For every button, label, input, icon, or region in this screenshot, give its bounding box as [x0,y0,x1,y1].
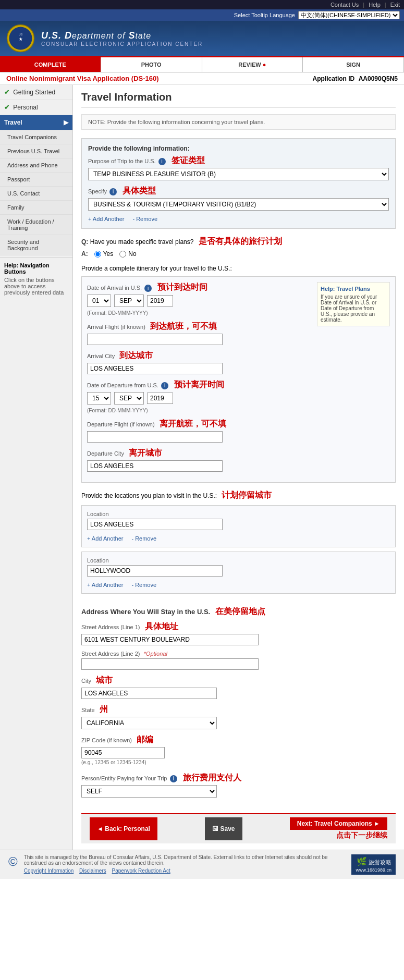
arrival-month-select[interactable]: SEP [114,295,144,307]
address-section: Address Where You Will Stay in the U.S. … [81,606,396,765]
provide-label: Provide the following information: [88,145,389,152]
location1-add-remove: + Add Another - Remove [87,535,390,542]
sidebar-item-family[interactable]: Family [0,201,72,215]
remove-link[interactable]: - Remove [132,216,157,222]
city-input[interactable] [81,688,217,699]
location2-add-link[interactable]: + Add Another [87,582,123,588]
depart-city-input[interactable] [87,460,223,472]
footer-links: Copyright Information Disclaimers Paperw… [24,868,346,874]
depart-city-row: Departure City 离开城市 [87,448,390,472]
state-select[interactable]: CALIFORNIA [81,717,217,729]
travel-help-text: If you are unsure of your Date of Arriva… [321,294,386,323]
depart-month-select[interactable]: SEP [114,392,144,405]
help-link[interactable]: Help [369,2,381,8]
arrival-city-label: Arrival City 到达城市 [87,350,390,361]
zip-zh: 邮编 [137,735,153,744]
save-button[interactable]: 🖫 Save [205,817,242,840]
sidebar-item-passport[interactable]: Passport [0,173,72,187]
depart-flight-label: Departure Flight (if known) 离开航班，可不填 [87,419,390,430]
svg-text:★: ★ [19,37,23,42]
city-row: City 城市 [81,675,396,699]
sidebar-item-us-contact[interactable]: U.S. Contact [0,187,72,201]
depart-date-zh: 预计离开时间 [174,380,224,389]
depart-flight-input[interactable] [87,431,223,443]
sidebar-item-personal[interactable]: ✔ Personal [0,100,72,115]
street1-input[interactable] [81,634,259,645]
brand-text: 🌿 旅游攻略 www.1681989.cn [351,854,396,875]
location1-add-link[interactable]: + Add Another [87,535,123,542]
payer-select[interactable]: SELF [81,785,217,798]
zip-input[interactable] [81,747,165,758]
footer: © This site is managed by the Bureau of … [0,850,404,879]
sidebar-item-getting-started[interactable]: ✔ Getting Started [0,85,72,100]
sidebar-item-work-education[interactable]: Work / Education / Training [0,215,72,235]
dept-name: U.S. Department of State [41,30,203,41]
step-photo[interactable]: PHOTO [101,57,202,72]
depart-city-zh: 离开城市 [129,448,162,457]
depart-date-info-icon[interactable]: i [161,382,168,389]
arrival-date-zh: 预计到达时间 [157,283,207,291]
app-info-bar: Online Nonimmigrant Visa Application (DS… [0,72,404,85]
location2-remove-link[interactable]: - Remove [131,582,156,588]
depart-date-row: Date of Departure from U.S. i 预计离开时间 15 … [87,379,390,413]
back-button[interactable]: ◄ Back: Personal [90,817,157,840]
specify-select[interactable]: BUSINESS & TOURISM (TEMPORARY VISITOR) (… [88,198,389,211]
add-another-link[interactable]: + Add Another [88,216,124,222]
payer-row: Person/Entity Paying for Your Trip i 旅行费… [81,773,396,798]
location2-add-remove: + Add Another - Remove [87,582,390,588]
header: ★ US U.S. Department of State CONSULAR E… [0,21,404,57]
depart-format-hint: (Format: DD-MMM-YYYY) [87,408,390,413]
no-radio-label[interactable]: No [119,250,136,258]
specify-info-icon[interactable]: i [109,188,117,195]
arrival-day-select[interactable]: 01 [87,295,111,307]
travel-plans-block: Q: Have you made specific travel plans? … [81,236,396,258]
purpose-zh-note: 签证类型 [172,156,205,165]
paperwork-link[interactable]: Paperwork Reduction Act [112,868,170,874]
locations-label: Provide the locations you plan to visit … [81,490,396,501]
location2-input[interactable] [87,565,223,577]
sidebar-item-address-phone[interactable]: Address and Phone [0,158,72,173]
location1-row: Location [87,511,390,530]
arrival-flight-input[interactable] [87,334,223,345]
depart-flight-row: Departure Flight (if known) 离开航班，可不填 [87,419,390,443]
app-id: Application ID AA0090Q5N5 [313,75,398,82]
yes-radio[interactable] [94,251,101,258]
copyright-link[interactable]: Copyright Information [24,868,74,874]
sidebar-item-security[interactable]: Security and Background [0,235,72,255]
location1-input[interactable] [87,519,223,530]
yes-radio-label[interactable]: Yes [94,250,114,258]
next-button[interactable]: Next: Travel Companions ► [290,817,387,830]
arrival-city-input[interactable] [87,363,223,374]
travel-plans-answer: A: Yes No [81,250,396,258]
purpose-info-icon[interactable]: i [158,158,166,165]
depart-day-select[interactable]: 15 [87,392,111,405]
disclaimers-link[interactable]: Disclaimers [79,868,106,874]
depart-year-input[interactable] [147,393,173,404]
contact-us-link[interactable]: Contact Us [330,2,359,8]
step-complete[interactable]: COMPLETE [0,57,101,72]
exit-link[interactable]: Exit [390,2,400,8]
add-remove-row: + Add Another - Remove [88,216,389,222]
step-sign[interactable]: SIGN [303,57,404,72]
language-select[interactable]: 中文(简体)(CHINESE-SIMPLIFIED) [298,11,400,19]
no-radio[interactable] [119,251,126,258]
street1-zh: 具体地址 [145,622,178,631]
state-zh: 州 [100,705,108,714]
zip-hint: (e.g., 12345 or 12345-1234) [81,760,396,765]
purpose-select[interactable]: TEMP BUSINESS PLEASURE VISITOR (B) [88,168,389,180]
step-review[interactable]: REVIEW [202,57,303,72]
itinerary-label: Provide a complete itinerary for your tr… [81,265,396,272]
arrival-date-info-icon[interactable]: i [144,285,152,292]
sidebar-item-travel-companions[interactable]: Travel Companions [0,130,72,144]
location1-box: Location + Add Another - Remove [81,505,396,547]
street1-label: Street Address (Line 1) 具体地址 [81,621,396,632]
street2-input[interactable] [81,658,259,670]
sidebar-item-previous-travel[interactable]: Previous U.S. Travel [0,144,72,158]
location1-remove-link[interactable]: - Remove [131,535,156,542]
arrival-flight-zh: 到达航班，可不填 [150,322,217,330]
sidebar-item-travel[interactable]: Travel ▶ [0,115,72,130]
payer-info-icon[interactable]: i [170,775,177,782]
arrival-year-input[interactable] [147,295,173,307]
travel-plans-question: Q: Have you made specific travel plans? … [81,236,396,247]
depart-city-label: Departure City 离开城市 [87,448,390,459]
